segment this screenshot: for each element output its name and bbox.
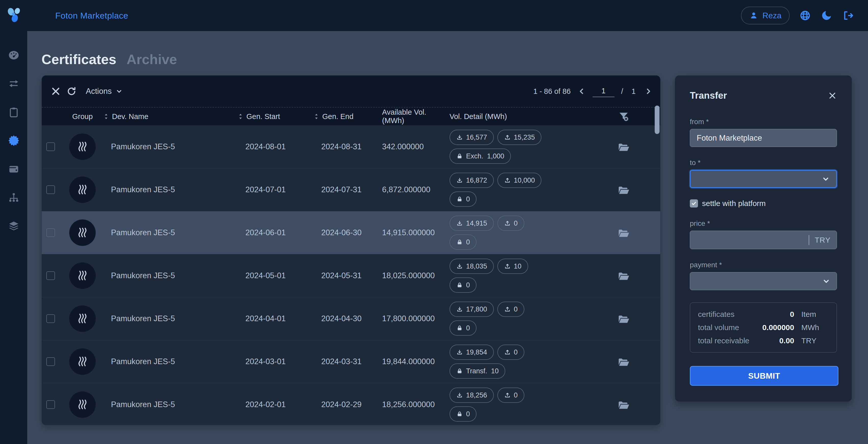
logout-button[interactable] — [842, 10, 854, 21]
open-folder-button[interactable] — [618, 184, 630, 195]
open-folder-button[interactable] — [618, 399, 630, 410]
sidebar-item-wallet[interactable] — [8, 163, 20, 175]
badge-value: 0 — [466, 410, 470, 418]
page-input[interactable] — [593, 86, 615, 97]
tab-certificates[interactable]: Certificates — [41, 52, 116, 67]
geothermal-steam-icon — [75, 398, 90, 412]
tab-archive[interactable]: Archive — [126, 52, 177, 67]
open-folder-button[interactable] — [618, 227, 630, 238]
geothermal-steam-icon — [75, 226, 90, 240]
open-folder-button[interactable] — [618, 356, 630, 367]
main-content: Certificates Archive Actions — [27, 31, 868, 444]
download-badge: 16,577 — [450, 130, 494, 145]
row-checkbox[interactable] — [46, 185, 55, 194]
download-badge: 17,800 — [450, 302, 494, 317]
language-button[interactable] — [799, 10, 811, 21]
transfer-panel: Transfer from * to * settle with platfor… — [675, 75, 852, 402]
upload-icon — [504, 134, 511, 141]
row-checkbox[interactable] — [46, 314, 55, 323]
refresh-button[interactable] — [66, 86, 76, 96]
folder-open-icon — [618, 399, 630, 411]
row-checkbox[interactable] — [46, 400, 55, 409]
price-input[interactable] — [696, 235, 806, 245]
sort-icon — [102, 112, 111, 121]
volume-detail-badges: 18,256 0 0 — [450, 387, 553, 422]
table-row[interactable]: Pamukoren JES-5 2024-02-01 2024-02-29 18… — [42, 383, 660, 425]
table-row[interactable]: Pamukoren JES-5 2024-05-01 2024-05-31 18… — [42, 254, 660, 297]
geothermal-steam-icon — [75, 140, 90, 154]
row-gen-end: 2024-03-31 — [315, 357, 382, 366]
row-available-volume: 342.000000 — [382, 142, 450, 151]
foton-logo[interactable] — [6, 7, 22, 23]
download-icon — [456, 263, 463, 270]
table-row[interactable]: Pamukoren JES-5 2024-04-01 2024-04-30 17… — [42, 297, 660, 340]
open-folder-button[interactable] — [618, 270, 630, 281]
sidebar-item-certificates[interactable] — [8, 135, 20, 146]
row-checkbox[interactable] — [46, 142, 55, 151]
summary-row-total-receivable: total receivable 0.00 TRY — [698, 336, 829, 345]
download-icon — [456, 134, 463, 141]
lock-icon — [456, 368, 463, 375]
sidebar-item-assets[interactable] — [8, 220, 20, 232]
table-row[interactable]: Pamukoren JES-5 2024-08-01 2024-08-31 34… — [42, 125, 660, 168]
badge-value: 0 — [514, 219, 518, 227]
previous-page-button[interactable] — [577, 87, 586, 96]
row-checkbox[interactable] — [46, 357, 55, 366]
open-folder-button[interactable] — [618, 141, 630, 152]
row-dev-name: Pamukoren JES-5 — [105, 400, 237, 409]
row-checkbox[interactable] — [46, 228, 55, 237]
sidebar-item-orders[interactable] — [8, 106, 20, 118]
download-icon — [456, 392, 463, 399]
page-separator: / — [621, 87, 623, 96]
upload-icon — [504, 177, 511, 184]
table-row[interactable]: Pamukoren JES-5 2024-07-01 2024-07-31 6,… — [42, 168, 660, 211]
geothermal-steam-icon — [75, 269, 90, 283]
submit-button[interactable]: SUBMIT — [690, 366, 838, 386]
table-row[interactable]: Pamukoren JES-5 2024-03-01 2024-03-31 19… — [42, 340, 660, 383]
next-page-button[interactable] — [644, 87, 653, 96]
volume-detail-badges: 18,035 10 0 — [450, 259, 553, 293]
upload-badge: 10 — [497, 259, 528, 274]
row-gen-end: 2024-05-31 — [315, 271, 382, 280]
column-header-gen-end[interactable]: Gen. End — [306, 112, 382, 121]
table-row[interactable]: Pamukoren JES-5 2024-06-01 2024-06-30 14… — [42, 211, 660, 254]
lock-badge: 0 — [450, 320, 476, 336]
column-header-gen-start[interactable]: Gen. Start — [228, 112, 315, 121]
user-menu-button[interactable]: Reza — [741, 7, 789, 25]
upload-badge: 0 — [497, 345, 524, 360]
sidebar-item-dashboard[interactable] — [8, 49, 20, 61]
sidebar-item-transfers[interactable] — [8, 78, 20, 90]
upload-badge: 0 — [497, 216, 524, 231]
row-dev-name: Pamukoren JES-5 — [105, 185, 237, 194]
upload-icon — [504, 263, 511, 270]
payment-select[interactable] — [690, 272, 837, 290]
row-dev-name: Pamukoren JES-5 — [105, 142, 237, 151]
table-scrollbar-thumb[interactable] — [655, 106, 659, 134]
group-avatar — [69, 176, 96, 203]
certificates-table-card: Actions 1 - 86 of 86 / 1 — [41, 75, 660, 425]
close-icon — [828, 91, 837, 100]
badge-value: 0 — [514, 348, 518, 356]
to-label: to * — [690, 159, 837, 167]
badge-value: 17,800 — [466, 305, 487, 313]
actions-dropdown[interactable]: Actions — [86, 87, 123, 96]
clear-selection-button[interactable] — [51, 86, 61, 96]
from-field[interactable] — [690, 129, 837, 147]
brand-title[interactable]: Foton Marketplace — [55, 11, 128, 21]
sidebar-item-organization[interactable] — [8, 192, 20, 203]
to-select[interactable] — [690, 170, 837, 188]
row-gen-start: 2024-02-01 — [237, 400, 315, 409]
remove-filter-button[interactable] — [553, 111, 660, 122]
moon-icon — [820, 10, 832, 21]
column-header-dev-name[interactable]: Dev. Name — [96, 112, 237, 121]
row-checkbox[interactable] — [46, 271, 55, 280]
lock-icon — [456, 196, 463, 203]
price-label: price * — [690, 219, 837, 228]
volume-detail-badges: 17,800 0 0 — [450, 302, 553, 336]
settle-with-platform-checkbox[interactable]: settle with platform — [690, 199, 837, 208]
dark-mode-button[interactable] — [820, 10, 832, 21]
group-avatar — [69, 305, 96, 332]
transfer-close-button[interactable] — [828, 91, 837, 100]
price-field-wrap: TRY — [690, 231, 837, 249]
open-folder-button[interactable] — [618, 313, 630, 324]
